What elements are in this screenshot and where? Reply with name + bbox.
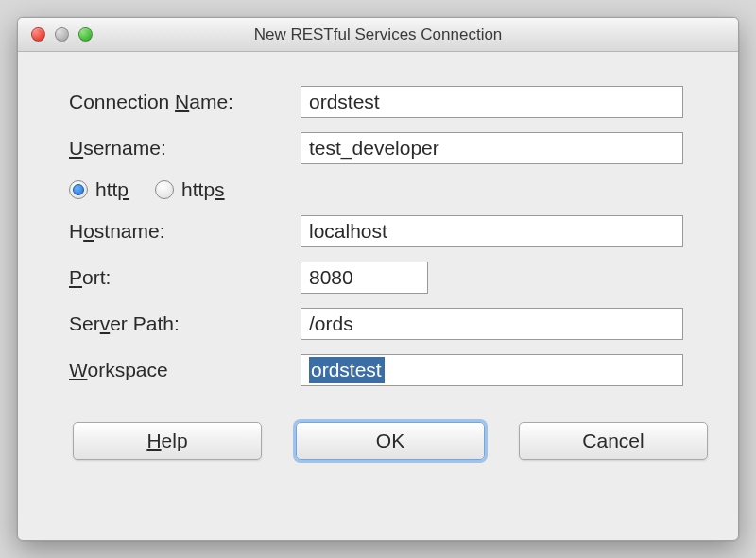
hostname-input[interactable] bbox=[301, 215, 683, 247]
traffic-lights bbox=[18, 27, 93, 42]
port-input[interactable] bbox=[301, 262, 428, 294]
zoom-icon[interactable] bbox=[78, 27, 93, 42]
dialog-content: Connection Name: Username: http https Ho… bbox=[18, 52, 738, 482]
ok-button[interactable]: OK bbox=[296, 422, 485, 460]
row-protocol: http https bbox=[69, 178, 687, 201]
label-hostname: Hostname: bbox=[69, 220, 301, 243]
workspace-value-selected: ordstest bbox=[309, 357, 385, 383]
cancel-button[interactable]: Cancel bbox=[519, 422, 708, 460]
row-username: Username: bbox=[69, 132, 687, 164]
radio-http-label: http bbox=[95, 178, 129, 201]
row-server-path: Server Path: bbox=[69, 308, 687, 340]
username-input[interactable] bbox=[301, 132, 683, 164]
help-button[interactable]: Help bbox=[73, 422, 262, 460]
radio-https-label: https bbox=[181, 178, 225, 201]
close-icon[interactable] bbox=[31, 27, 45, 42]
connection-name-input[interactable] bbox=[301, 86, 683, 118]
radio-http-button[interactable] bbox=[69, 180, 88, 199]
row-workspace: Workspace ordstest bbox=[69, 354, 687, 386]
label-server-path: Server Path: bbox=[69, 313, 301, 335]
radio-https[interactable]: https bbox=[155, 178, 225, 201]
radio-https-button[interactable] bbox=[155, 180, 174, 199]
window-title: New RESTful Services Connection bbox=[18, 25, 738, 44]
server-path-input[interactable] bbox=[301, 308, 683, 340]
titlebar: New RESTful Services Connection bbox=[18, 18, 738, 52]
row-connection-name: Connection Name: bbox=[69, 86, 687, 118]
label-connection-name: Connection Name: bbox=[69, 91, 301, 113]
row-port: Port: bbox=[69, 262, 687, 294]
label-port: Port: bbox=[69, 266, 301, 289]
dialog-window: New RESTful Services Connection Connecti… bbox=[17, 17, 739, 541]
button-row: Help OK Cancel bbox=[69, 422, 687, 460]
workspace-input[interactable]: ordstest bbox=[301, 354, 683, 386]
radio-http[interactable]: http bbox=[69, 178, 129, 201]
label-username: Username: bbox=[69, 137, 301, 160]
label-workspace: Workspace bbox=[69, 359, 301, 381]
row-hostname: Hostname: bbox=[69, 215, 687, 247]
minimize-icon[interactable] bbox=[55, 27, 69, 42]
